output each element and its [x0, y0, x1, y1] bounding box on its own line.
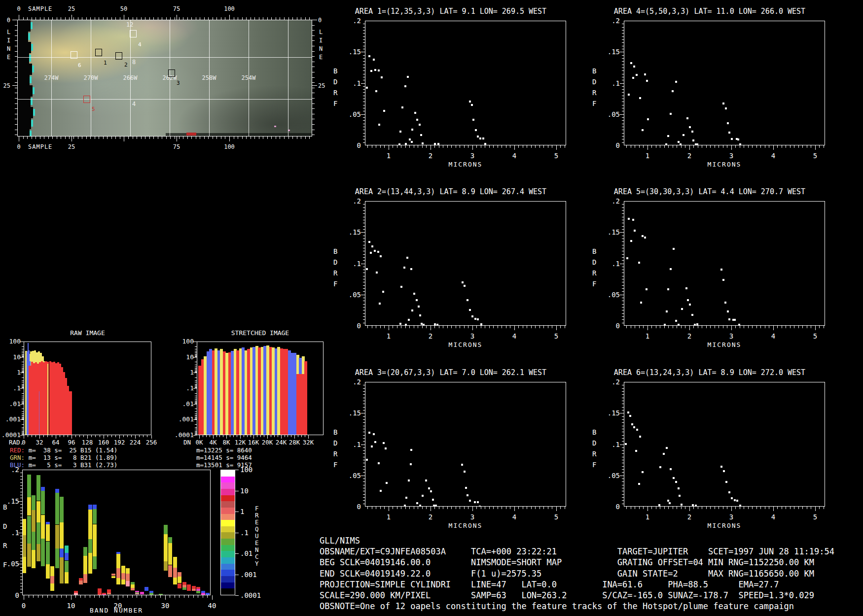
freq-bar-segment: [206, 593, 210, 595]
y-tick: [20, 567, 22, 568]
x-tick: [38, 595, 38, 598]
y-tick: [363, 77, 365, 77]
y-tick: [363, 323, 365, 323]
x-tick: [693, 145, 694, 148]
map-dark-limb: [18, 53, 29, 64]
freq-bar-segment: [116, 554, 120, 568]
tick: [312, 119, 315, 119]
y-tick: [622, 500, 624, 501]
data-point: [686, 117, 688, 119]
data-point: [435, 505, 437, 507]
x-tick: [656, 326, 656, 328]
y-tick: [363, 257, 365, 258]
freq-bar-segment: [135, 593, 139, 594]
map-dark-limb: [18, 42, 31, 53]
data-point: [687, 299, 689, 301]
y-minor-tick: [195, 393, 197, 394]
x-tick: [460, 145, 460, 148]
tick: [36, 137, 36, 139]
tick: [175, 137, 175, 139]
x-tick: [502, 145, 502, 148]
y-minor-tick: [195, 369, 197, 370]
y-tick: [363, 27, 365, 28]
x-tick: [664, 145, 665, 148]
x-tick: [472, 145, 473, 150]
y-minor-tick: [22, 415, 24, 415]
freq-bar-segment: [32, 495, 36, 510]
data-point: [636, 429, 638, 431]
freq-bar-segment: [55, 489, 59, 493]
y-tick: [363, 92, 365, 93]
tick: [213, 137, 213, 139]
x-tick: [664, 507, 665, 509]
map-dark-limb: [18, 20, 31, 32]
y-tick: [622, 463, 624, 463]
y-tick: [363, 398, 365, 398]
y-tick: [193, 388, 197, 389]
x-tick: [431, 145, 431, 150]
x-tick: [673, 326, 673, 328]
x-tick-label: 2: [426, 513, 435, 521]
y-minor-tick: [195, 431, 197, 431]
x-tick: [514, 507, 515, 511]
x-minor-tick: [210, 435, 210, 437]
y-tick: [363, 33, 365, 34]
y-minor-tick: [195, 377, 197, 378]
x-minor-tick: [104, 435, 104, 437]
x-tick: [389, 326, 389, 330]
x-tick-label: 1: [643, 332, 652, 340]
x-tick-label: 4: [509, 152, 519, 160]
frequency-axis-label: C: [255, 553, 259, 560]
hist-strip: [296, 374, 307, 435]
tick: [312, 51, 315, 52]
x-tick: [548, 507, 548, 509]
data-point: [371, 245, 373, 247]
tick: [312, 114, 315, 114]
freq-bar-segment: [60, 522, 64, 548]
y-tick: [620, 445, 624, 445]
y-tick: [363, 422, 365, 423]
latitude-grid-line: [18, 57, 312, 58]
y-minor-tick: [22, 427, 24, 428]
x-tick: [760, 326, 761, 328]
bdrf-axis-label: D: [3, 522, 7, 530]
major-tick: [12, 85, 17, 86]
data-point: [675, 320, 677, 322]
freq-bar-segment: [88, 510, 92, 539]
freq-bar-segment: [36, 501, 40, 523]
y-minor-tick: [195, 416, 197, 416]
data-point: [374, 441, 376, 443]
y-tick: [622, 46, 624, 46]
data-point: [378, 69, 380, 71]
freq-bar-segment: [60, 557, 64, 583]
freq-bar-segment: [36, 522, 40, 544]
freq-bar-segment: [32, 510, 36, 532]
line-axis-label-left: I: [7, 37, 10, 44]
data-point: [408, 479, 410, 481]
x-tick: [752, 507, 753, 509]
x-tick: [447, 507, 448, 509]
y-tick-label: .15: [340, 48, 361, 56]
y-tick: [622, 469, 624, 470]
y-tick: [622, 36, 624, 37]
map-terminator-cyan: [33, 109, 35, 116]
x-tick-label: 1: [643, 152, 652, 160]
data-point: [673, 248, 675, 250]
sample-axis-label-bottom: SAMPLE: [28, 143, 52, 150]
y-tick: [20, 419, 24, 420]
data-point: [724, 302, 726, 304]
y-tick: [363, 310, 365, 310]
data-point: [722, 103, 724, 104]
x-tick: [531, 507, 532, 509]
tick: [149, 137, 150, 139]
y-minor-tick: [195, 365, 197, 365]
x-tick: [560, 145, 561, 148]
x-minor-tick: [60, 435, 60, 437]
y-tick: [20, 583, 22, 583]
x-tick: [71, 595, 72, 600]
bdrf-axis-label: R: [592, 269, 596, 277]
x-tick: [647, 145, 648, 150]
freq-bar-segment: [36, 544, 40, 561]
y-tick: [363, 391, 365, 392]
tick: [145, 137, 145, 139]
